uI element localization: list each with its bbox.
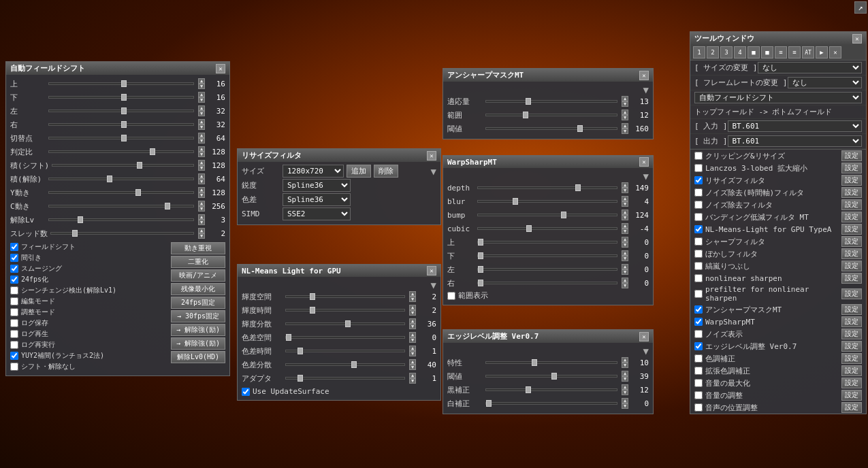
slider-track[interactable] [48, 82, 194, 85]
filter-checkbox[interactable] [694, 367, 703, 375]
spin-up[interactable]: ▲ [622, 371, 628, 376]
spin-up[interactable]: ▲ [198, 133, 205, 138]
filter-checkbox[interactable] [694, 201, 703, 209]
spin-down[interactable]: ▼ [409, 365, 416, 370]
spin-down[interactable]: ▼ [622, 403, 628, 409]
slider-track[interactable] [50, 232, 194, 235]
slider-track[interactable] [485, 114, 617, 116]
spin-down[interactable]: ▼ [198, 111, 205, 116]
toolbar-icon-2[interactable]: 2 [707, 46, 719, 58]
spin-up[interactable]: ▲ [622, 123, 628, 129]
slider-track[interactable] [477, 254, 617, 257]
spin-down[interactable]: ▼ [622, 229, 628, 234]
slider-track[interactable] [48, 205, 194, 207]
resize-expand-icon[interactable]: ▼ [431, 166, 436, 177]
spin-down[interactable]: ▼ [622, 390, 628, 395]
filter-settings-btn[interactable]: 設定 [841, 341, 862, 352]
spin-up[interactable]: ▲ [622, 223, 628, 229]
toolbar-icon-1[interactable]: 1 [693, 46, 705, 58]
unsharp-close[interactable]: ✕ [639, 71, 649, 80]
afs-checkbox[interactable] [10, 363, 18, 371]
slider-track[interactable] [285, 377, 405, 380]
spin-down[interactable]: ▼ [622, 283, 628, 288]
resize-colordiff-select[interactable]: Spline36 [283, 193, 351, 206]
afs-checkbox[interactable] [10, 319, 18, 327]
filter-checkbox[interactable] [694, 330, 703, 338]
spin-down[interactable]: ▼ [622, 242, 628, 248]
filter-checkbox[interactable] [694, 403, 703, 412]
spin-up[interactable]: ▲ [198, 92, 205, 97]
tool-setting-select[interactable]: BT.601 [728, 120, 863, 132]
resize-add-button[interactable]: 追加 [347, 165, 371, 178]
spin-down[interactable]: ▼ [198, 124, 205, 130]
afs-btn[interactable]: 24fps固定 [171, 297, 225, 309]
auto-field-shift-close[interactable]: ✕ [216, 64, 225, 73]
spin-up[interactable]: ▲ [409, 291, 416, 297]
spin-up[interactable]: ▲ [622, 196, 628, 201]
spin-up[interactable]: ▲ [198, 228, 205, 233]
warp-sharp-close[interactable]: ✕ [639, 157, 649, 167]
filter-checkbox[interactable] [694, 225, 703, 233]
spin-up[interactable]: ▲ [409, 318, 416, 324]
filter-settings-btn[interactable]: 設定 [841, 248, 862, 259]
slider-track[interactable] [485, 127, 617, 130]
spin-up[interactable]: ▲ [198, 160, 205, 165]
edge-level-close[interactable]: ✕ [639, 332, 649, 341]
filter-settings-btn[interactable]: 設定 [841, 288, 862, 299]
filter-checkbox[interactable] [694, 354, 703, 363]
toolbar-icon-9[interactable]: AT [802, 46, 814, 58]
resize-size-select[interactable]: 1280x720 [283, 165, 344, 178]
warp-sharp-expand-icon[interactable]: ▼ [447, 171, 649, 182]
spin-up[interactable]: ▲ [622, 357, 628, 363]
spin-up[interactable]: ▲ [622, 278, 628, 283]
spin-down[interactable]: ▼ [198, 220, 205, 225]
toolbar-icon-6[interactable]: ■ [761, 46, 773, 58]
afs-btn[interactable]: → 解除強(励) [171, 337, 225, 350]
slider-track[interactable] [285, 295, 405, 298]
filter-checkbox[interactable] [694, 305, 703, 314]
spin-up[interactable]: ▲ [409, 359, 416, 365]
afs-checkbox[interactable] [10, 265, 18, 273]
toolbar-icon-4[interactable]: 4 [734, 46, 746, 58]
spin-up[interactable]: ▲ [622, 182, 628, 188]
spin-down[interactable]: ▼ [409, 310, 416, 316]
afs-checkbox[interactable] [10, 243, 18, 251]
spin-up[interactable]: ▲ [409, 305, 416, 310]
slider-track[interactable] [485, 361, 617, 364]
spin-down[interactable]: ▼ [198, 206, 205, 212]
toolbar-icon-8[interactable]: ≡ [788, 46, 801, 58]
filter-checkbox[interactable] [694, 237, 703, 246]
toolbar-icon-11[interactable]: ✕ [829, 46, 841, 58]
spin-up[interactable]: ▲ [198, 119, 205, 124]
filter-settings-btn[interactable]: 設定 [841, 150, 862, 161]
slider-track[interactable] [48, 96, 194, 99]
slider-track[interactable] [48, 137, 194, 139]
filter-checkbox[interactable] [694, 262, 703, 270]
spin-down[interactable]: ▼ [409, 297, 416, 302]
slider-track[interactable] [48, 178, 194, 180]
slider-track[interactable] [485, 402, 617, 405]
filter-settings-btn[interactable]: 設定 [841, 353, 862, 364]
spin-down[interactable]: ▼ [198, 179, 205, 184]
filter-checkbox[interactable] [694, 379, 703, 387]
afs-btn[interactable]: 残像最小化 [171, 283, 225, 295]
spin-up[interactable]: ▲ [409, 332, 416, 337]
slider-track[interactable] [477, 227, 617, 230]
afs-checkbox[interactable] [10, 286, 18, 295]
slider-track[interactable] [48, 191, 194, 194]
warp-range-checkbox[interactable] [447, 292, 455, 300]
filter-checkbox[interactable] [694, 290, 703, 298]
filter-checkbox[interactable] [694, 274, 703, 282]
afs-btn[interactable]: 解除Lv0(HD) [171, 351, 225, 363]
filter-checkbox[interactable] [694, 176, 703, 184]
filter-checkbox[interactable] [694, 342, 703, 350]
filter-settings-btn[interactable]: 設定 [841, 224, 862, 235]
filter-settings-btn[interactable]: 設定 [841, 329, 862, 339]
tool-setting-select[interactable]: なし [758, 62, 863, 73]
filter-settings-btn[interactable]: 設定 [841, 187, 862, 198]
filter-settings-btn[interactable]: 設定 [841, 273, 862, 284]
afs-btn[interactable]: 映画/アニメ [171, 269, 225, 282]
resize-simd-select[interactable]: SSE2 [283, 207, 351, 220]
resize-del-button[interactable]: 削除 [374, 165, 398, 178]
spin-up[interactable]: ▲ [198, 201, 205, 206]
